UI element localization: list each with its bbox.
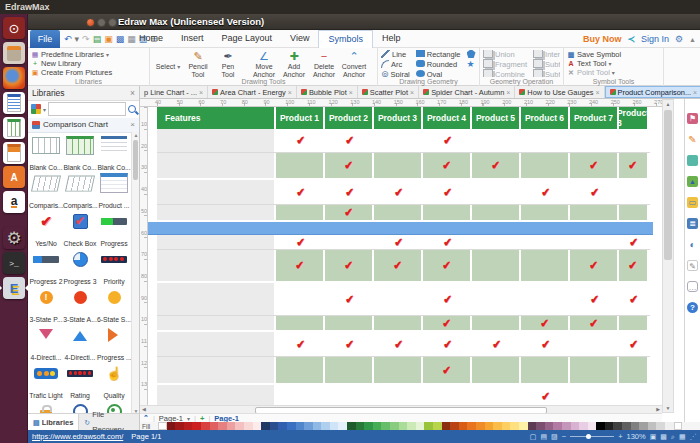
product-cell[interactable] (619, 316, 649, 332)
library-item-3-state-p-[interactable]: !3-State P... (29, 286, 63, 326)
product-cell[interactable]: ✔ (374, 180, 423, 204)
color-swatch[interactable] (364, 422, 373, 430)
product-cell[interactable] (325, 235, 374, 249)
color-swatch[interactable] (467, 422, 476, 430)
color-swatch[interactable] (433, 422, 442, 430)
save-icon[interactable]: ▩ (116, 34, 125, 44)
library-search-input[interactable] (48, 102, 126, 116)
color-swatch[interactable] (656, 422, 665, 430)
background-icon[interactable]: ▭ (687, 197, 698, 208)
product-cell[interactable] (472, 357, 521, 385)
product-cell[interactable] (521, 283, 570, 315)
selected-row[interactable] (148, 222, 653, 235)
feature-cell[interactable] (157, 316, 276, 332)
ribbon-button-oval[interactable]: Oval (416, 70, 461, 77)
product-cell[interactable] (325, 385, 374, 405)
close-tab-icon[interactable]: × (595, 89, 599, 96)
product-cell[interactable] (521, 250, 570, 283)
zoom-select-icon[interactable]: ⌕ (671, 433, 675, 441)
color-swatch[interactable] (407, 422, 416, 430)
scroll-right-icon[interactable]: ▶ (656, 406, 660, 413)
presentation-icon[interactable]: ▦ (679, 433, 686, 441)
product-cell[interactable]: ✔ (276, 332, 325, 356)
product-cell[interactable] (325, 357, 374, 385)
drawing-canvas[interactable]: FeaturesProduct 1Product 2Product 3Produ… (148, 107, 662, 405)
feature-cell[interactable] (157, 235, 276, 249)
product-cell[interactable]: ✔ (325, 283, 374, 315)
color-swatch[interactable] (424, 422, 433, 430)
product-cell[interactable] (570, 357, 619, 385)
scrollbar-thumb[interactable] (133, 140, 138, 180)
library-menu-icon[interactable] (31, 104, 41, 114)
panel-tab-libraries[interactable]: ▤Libraries (28, 414, 79, 430)
close-panel-icon[interactable]: × (130, 86, 135, 100)
product-cell[interactable] (276, 153, 325, 180)
color-swatch[interactable] (270, 422, 279, 430)
collapse-ribbon-icon[interactable]: ▲ (689, 36, 696, 43)
scroll-up-icon[interactable]: ▲ (663, 101, 673, 107)
document-tab-area-chart-energy[interactable]: Area Chart - Energy× (208, 86, 297, 98)
share-icon[interactable]: ≺ (627, 34, 635, 44)
color-swatch[interactable] (330, 422, 339, 430)
clipart-icon[interactable]: ▲ (687, 176, 698, 187)
ribbon-button-arc[interactable]: Arc (381, 60, 410, 69)
product-cell[interactable]: ✔ (374, 235, 423, 249)
product-cell[interactable] (570, 385, 619, 405)
product-cell[interactable]: ✔ (423, 357, 472, 385)
product-cell[interactable]: ✔ (325, 250, 374, 283)
library-scrollbar[interactable]: ▲ ▼ (131, 132, 139, 414)
product-cell[interactable]: ✔ (276, 129, 325, 152)
library-item-6-state-s-[interactable]: 6-State S... (97, 286, 131, 326)
ribbon-button-star[interactable]: ★Star (467, 60, 476, 69)
color-swatch[interactable] (605, 422, 614, 430)
product-cell[interactable]: ✔ (374, 332, 423, 356)
feature-cell[interactable] (157, 205, 276, 222)
close-tab-icon[interactable]: × (410, 89, 414, 96)
hyperlink-icon[interactable]: ◐ (687, 239, 698, 250)
product-cell[interactable]: ✔ (521, 385, 570, 405)
product-cell[interactable] (325, 316, 374, 332)
library-item-blank-co-[interactable]: Blank Co... (63, 134, 97, 174)
close-tab-icon[interactable]: × (506, 89, 510, 96)
launcher-amazon-icon[interactable]: a (3, 191, 25, 213)
product-cell[interactable]: ✔ (619, 332, 649, 356)
feature-cell[interactable] (157, 357, 276, 385)
theme-color-icon[interactable] (687, 155, 698, 166)
color-swatch[interactable] (158, 422, 167, 430)
color-swatch[interactable] (639, 422, 648, 430)
product-cell[interactable] (619, 385, 649, 405)
library-item-blank-co-[interactable]: Blank Co... (97, 134, 131, 174)
library-section-header[interactable]: Comparison Chart × (28, 118, 139, 133)
color-swatch[interactable] (562, 422, 571, 430)
color-swatch[interactable] (536, 422, 545, 430)
color-swatch[interactable] (442, 422, 451, 430)
library-item-blank-co-[interactable]: Blank Co... (29, 134, 63, 174)
expand-pages-icon[interactable]: ⌃ (143, 414, 149, 422)
search-icon[interactable] (128, 105, 136, 113)
product-cell[interactable]: ✔ (423, 332, 472, 356)
product-cell[interactable]: ✔ (423, 180, 472, 204)
library-item-4-directi-[interactable]: 4-Directi... (29, 324, 63, 364)
scroll-left-icon[interactable]: ◀ (142, 406, 146, 413)
library-item-progress[interactable]: Progress (97, 210, 131, 250)
library-item-progress-[interactable]: Progress ... (97, 324, 131, 364)
feature-cell[interactable] (157, 332, 276, 356)
feature-cell[interactable] (157, 385, 276, 405)
close-tab-icon[interactable]: × (199, 89, 203, 96)
product-cell[interactable] (570, 129, 619, 152)
product-cell[interactable] (276, 357, 325, 385)
product-cell[interactable] (472, 129, 521, 152)
product-cell[interactable]: ✔ (423, 283, 472, 315)
new-icon[interactable]: ▤ (93, 34, 102, 44)
chevron-down-icon[interactable]: ▾ (187, 415, 190, 422)
library-item-priority[interactable]: Priority (97, 248, 131, 288)
color-swatch[interactable] (261, 422, 270, 430)
ribbon-button-convert-anchor[interactable]: ⌃ConvertAnchor (339, 50, 369, 77)
color-swatch[interactable] (450, 422, 459, 430)
product-cell[interactable]: ✔ (570, 153, 619, 180)
menu-tab-insert[interactable]: Insert (172, 30, 213, 48)
color-swatch[interactable] (287, 422, 296, 430)
color-swatch[interactable] (622, 422, 631, 430)
product-cell[interactable]: ✔ (276, 235, 325, 249)
color-swatch[interactable] (210, 422, 219, 430)
